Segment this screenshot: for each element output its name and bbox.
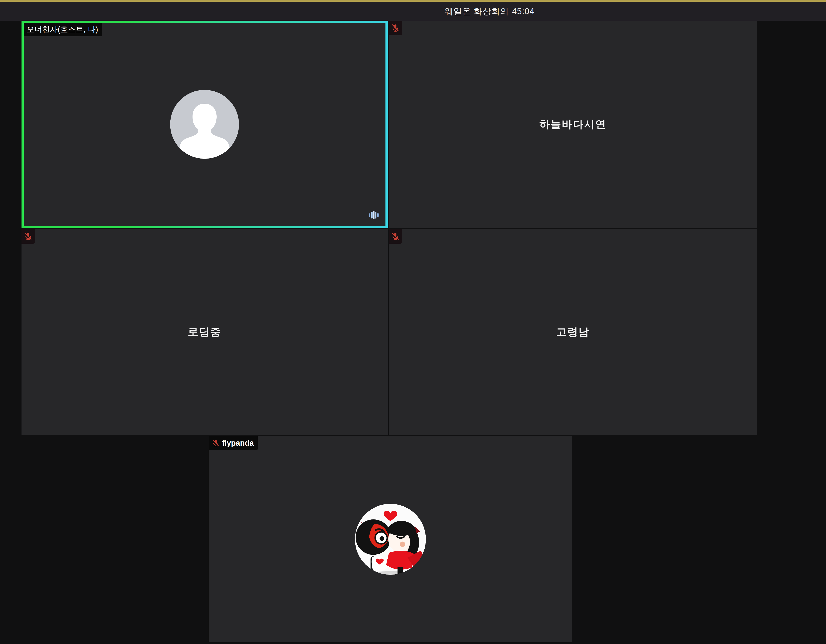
participant-name: 하늘바다시연 bbox=[539, 117, 607, 132]
window-accent-bar bbox=[0, 0, 826, 2]
meeting-timer: 45:04 bbox=[512, 6, 534, 16]
titlebar-title-group: 웨일온 화상회의 45:04 bbox=[445, 5, 534, 17]
muted-mic-icon bbox=[212, 439, 220, 447]
muted-mic-icon bbox=[22, 229, 35, 244]
pucca-couple-avatar bbox=[355, 504, 426, 575]
participant-name: flypanda bbox=[222, 439, 254, 447]
participant-tile[interactable]: 고령남 bbox=[389, 229, 757, 435]
participant-name: 로딩중 bbox=[188, 325, 221, 339]
titlebar: 웨일온 화상회의 45:04 bbox=[0, 2, 826, 21]
participant-video-area: 오너천사(호스트, 나) bbox=[24, 23, 385, 226]
participant-tile[interactable]: flypanda bbox=[209, 436, 572, 642]
meeting-title: 웨일온 화상회의 bbox=[445, 5, 509, 17]
participant-tile[interactable]: 로딩중 bbox=[22, 229, 388, 435]
participant-tile[interactable]: 하늘바다시연 bbox=[389, 21, 757, 228]
muted-mic-icon bbox=[389, 21, 402, 35]
default-avatar bbox=[170, 90, 239, 159]
participant-name-label: 오너천사(호스트, 나) bbox=[24, 23, 102, 36]
participant-tile-self[interactable]: 오너천사(호스트, 나) bbox=[22, 21, 388, 228]
participant-name: 고령남 bbox=[556, 325, 590, 339]
participant-name-label: flypanda bbox=[209, 436, 258, 450]
participant-name: 오너천사(호스트, 나) bbox=[27, 26, 98, 33]
video-grid: 오너천사(호스트, 나) bbox=[0, 21, 826, 644]
muted-mic-icon bbox=[389, 229, 402, 244]
speaking-indicator-icon bbox=[369, 210, 379, 220]
